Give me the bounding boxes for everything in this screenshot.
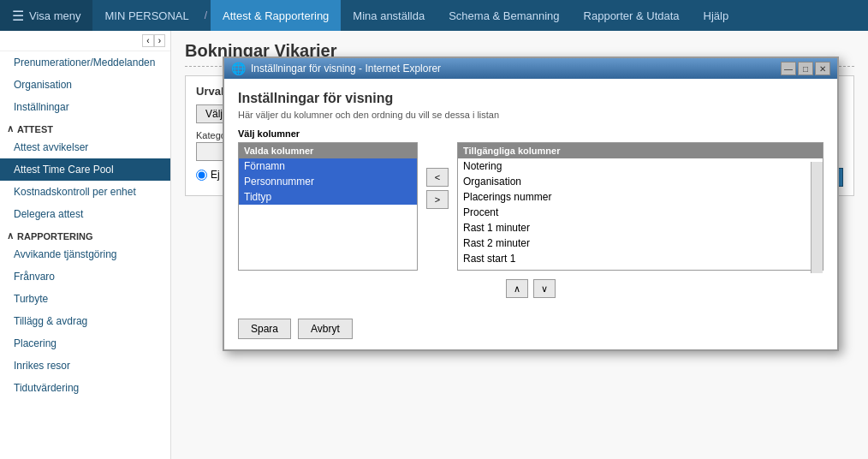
avbryt-button[interactable]: Avbryt [298,319,353,339]
nav-visa-meny[interactable]: ☰ Visa meny [0,0,92,31]
sidebar-toggle-area: ‹ › [0,31,170,51]
modal-section-title: Inställningar för visning [238,91,823,106]
move-down-button[interactable]: ∨ [533,279,556,298]
list-item[interactable]: Notering [458,158,811,174]
sidebar-item-attest-avvikelser[interactable]: Attest avvikelser [0,136,170,158]
move-up-button[interactable]: ∧ [506,279,528,298]
transfer-left-button[interactable]: < [426,168,449,187]
valda-kolumner-list[interactable]: Förnamn Personnummer Tidtyp [239,158,417,270]
sidebar-item-tidutvärdering[interactable]: Tidutvärdering [0,377,170,399]
nav-schema-bemanning[interactable]: Schema & Bemanning [437,0,571,31]
order-buttons: ∧ ∨ [238,279,823,298]
sidebar: ‹ › Prenumerationer/Meddelanden Organisa… [0,31,171,459]
nav-min-personal[interactable]: MIN PERSONAL [92,0,200,31]
nav-rapporter-utdata[interactable]: Rapporter & Utdata [572,0,692,31]
modal-maximize-button[interactable]: □ [798,62,813,75]
sidebar-section-rapportering[interactable]: ∧ RAPPORTERING [0,225,170,243]
right-scrollbar[interactable] [811,162,823,273]
list-item[interactable]: Förnamn [239,158,417,174]
columns-container: Valda kolumner Förnamn Personnummer Tidt… [238,142,823,271]
hamburger-icon: ☰ [12,8,24,24]
list-item[interactable]: Placerings nummer [458,189,811,205]
nav-divider: / [201,0,211,31]
nav-hjalp[interactable]: Hjälp [692,0,741,31]
transfer-right-button[interactable]: > [426,190,449,209]
sidebar-collapse-button[interactable]: ‹ [142,34,153,47]
sidebar-section-attest[interactable]: ∧ ATTEST [0,118,170,136]
modal-close-button[interactable]: ✕ [815,62,830,75]
nav-attest-rapportering[interactable]: Attest & Rapportering [211,0,341,31]
sidebar-item-franvaro[interactable]: Frånvaro [0,265,170,288]
valda-kolumner-panel: Valda kolumner Förnamn Personnummer Tidt… [238,142,418,271]
list-item[interactable]: Rast start 2 [458,266,811,270]
modal-subtitle: Här väljer du kolumner och den ordning d… [238,110,823,120]
spara-button[interactable]: Spara [238,319,291,339]
modal-titlebar: 🌐 Inställningar för visning - Internet E… [224,58,837,79]
modal-minimize-button[interactable]: — [781,62,796,75]
chevron-up-icon-2: ∧ [7,230,14,241]
sidebar-item-turbyte[interactable]: Turbyte [0,288,170,310]
modal-body: Inställningar för visning Här väljer du … [224,79,837,319]
main-content: Bokningar Vikarier Urvalsvillkor Välj or… [171,31,868,459]
sidebar-item-prenumerationer[interactable]: Prenumerationer/Meddelanden [0,51,170,74]
valj-kolumner-label: Välj kolumner [238,128,823,139]
sidebar-expand-button[interactable]: › [154,34,165,47]
list-item[interactable]: Tidtyp [239,189,417,205]
list-item[interactable]: Organisation [458,174,811,189]
settings-modal: 🌐 Inställningar för visning - Internet E… [223,57,839,351]
sidebar-item-inrikes-resor[interactable]: Inrikes resor [0,355,170,377]
list-item[interactable]: Personnummer [239,174,417,189]
top-navigation: ☰ Visa meny MIN PERSONAL / Attest & Rapp… [0,0,868,31]
modal-titlebar-left: 🌐 Inställningar för visning - Internet E… [231,62,441,75]
transfer-buttons: < > [426,142,449,209]
list-item[interactable]: Procent [458,205,811,220]
modal-controls: — □ ✕ [781,62,830,75]
ie-icon: 🌐 [231,62,246,75]
sidebar-item-kostnadskontroll[interactable]: Kostnadskontroll per enhet [0,181,170,203]
sidebar-item-tillagg-avdrag[interactable]: Tillägg & avdrag [0,310,170,332]
tillgangliga-kolumner-list[interactable]: Notering Organisation Placerings nummer … [458,158,823,270]
sidebar-item-placering[interactable]: Placering [0,332,170,355]
valda-kolumner-title: Valda kolumner [239,143,417,158]
list-item[interactable]: Rast 1 minuter [458,220,811,235]
nav-mina-anstallda[interactable]: Mina anställda [341,0,437,31]
sidebar-item-organisation[interactable]: Organisation [0,74,170,96]
tillgangliga-kolumner-panel: Tillgängliga kolumner Notering Organisat… [457,142,823,271]
sidebar-item-installningar[interactable]: Inställningar [0,96,170,118]
modal-footer: Spara Avbryt [224,319,837,349]
sidebar-item-delegera-attest[interactable]: Delegera attest [0,203,170,225]
chevron-up-icon: ∧ [7,123,14,134]
modal-title-text: Inställningar för visning - Internet Exp… [251,63,441,75]
sidebar-item-attest-time-care-pool[interactable]: Attest Time Care Pool [0,158,170,181]
list-item[interactable]: Rast 2 minuter [458,235,811,251]
tillgangliga-kolumner-title: Tillgängliga kolumner [458,143,823,158]
list-item[interactable]: Rast start 1 [458,251,811,266]
sidebar-item-avvikande[interactable]: Avvikande tjänstgöring [0,243,170,265]
